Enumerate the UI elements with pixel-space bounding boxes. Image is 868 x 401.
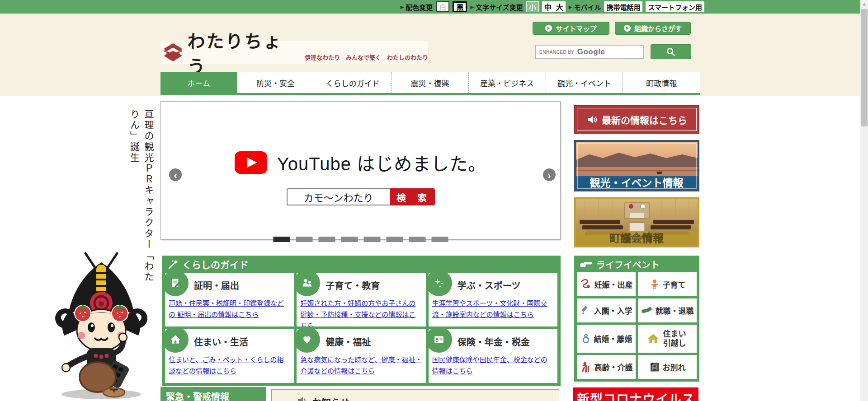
elderly-icon [580, 361, 592, 373]
guide-card-childcare-education[interactable]: 子育て・教育 妊娠された方・妊婦の方やお子さんの健診・予防接種・支援などの情報は… [297, 273, 425, 326]
search-icon [666, 47, 676, 57]
council-photo: 町議会情報 [576, 199, 698, 246]
carousel-prev-button[interactable]: ‹ [169, 168, 182, 181]
watari-town-homepage: ▶ 配色変更 白 黒 ▶ 文字サイズ変更 小 中 大 ▶ モバイル 携帯電話用 … [0, 0, 868, 401]
slide-search-input[interactable]: カモ〜ンわたり [287, 188, 390, 205]
pagination-dot-7[interactable] [409, 237, 425, 242]
feature-phone-button[interactable]: 携帯電話用 [604, 1, 642, 12]
life-button-marriage-divorce[interactable]: 結婚・離婚 [577, 325, 636, 353]
guide-card-housing-life[interactable]: 住まい・生活 住まいと、ごみ・ペット・くらしの相談などの情報はこちら [165, 329, 294, 383]
house-move-icon [647, 333, 659, 345]
heart-icon [301, 334, 313, 345]
pagination-dot-1[interactable] [273, 237, 290, 242]
house-icon [170, 334, 181, 345]
carousel-slide-youtube[interactable]: YouTube はじめました。 カモ〜ンわたり 検 索 [161, 102, 560, 239]
council-info-banner[interactable]: 町議会情報 [574, 197, 699, 247]
site-search-input[interactable]: ENHANCED BY Google [535, 45, 644, 59]
notice-section-header[interactable]: お知らせ [271, 389, 559, 401]
pagination-dot-6[interactable] [386, 237, 403, 242]
search-enhanced-by-label: ENHANCED BY [539, 50, 575, 55]
slide-search-button[interactable]: 検 索 [390, 188, 435, 205]
mascot-watarin-image [51, 250, 152, 401]
carousel-pagination [273, 237, 448, 242]
nav-item-chousei[interactable]: 町政情報 [623, 72, 700, 93]
guide-card-link[interactable]: 急な病気になった時など、健康・福祉・介護などの情報はこちら [300, 354, 422, 377]
sitemap-button[interactable]: サイトマップ [533, 22, 609, 35]
life-button-childcare[interactable]: 子育て [638, 272, 697, 296]
living-guide-panel: くらしのガイド 証明・届出 戸籍・住民票・税証明・印鑑登録などの 証明・届出の情… [162, 256, 561, 386]
guide-card-link[interactable]: 国民健康保険や国民年金、税金などの情報はこちら [432, 354, 554, 377]
slide-title: YouTube はじめました。 [277, 149, 486, 176]
chevron-right-icon: › [548, 170, 551, 180]
mobile-label: ▶ モバイル [569, 2, 601, 12]
google-wordmark: Google [577, 47, 605, 56]
pagination-dot-4[interactable] [341, 237, 358, 242]
nav-item-bousai[interactable]: 防災・安全 [237, 72, 315, 93]
latest-info-banner[interactable]: 最新の情報はこちら [574, 105, 699, 134]
guide-card-certificates[interactable]: 証明・届出 戸籍・住民票・税証明・印鑑登録などの 証明・届出の情報はこちら [165, 273, 294, 326]
baby-icon [649, 279, 660, 289]
scrollbar[interactable]: ▲ [860, 0, 868, 401]
pagination-dot-3[interactable] [318, 237, 335, 242]
nav-item-shinsai[interactable]: 震災・復興 [392, 72, 469, 93]
carousel-next-button[interactable]: › [543, 168, 556, 181]
color-white-button[interactable]: 白 [436, 1, 449, 12]
life-button-employment-retirement[interactable]: 就職・退職 [638, 298, 697, 322]
guide-card-link[interactable]: 生涯学習やスポーツ・文化財・国際交流・施設案内などの情報はこちら [432, 298, 554, 321]
life-events-title: ライフイベント [596, 258, 660, 271]
emergency-info-banner[interactable]: 緊急・警戒情報 [160, 387, 266, 401]
coronavirus-banner[interactable]: 新型コロナウイルス [573, 387, 698, 401]
tourism-event-banner[interactable]: 観光・イベント情報 [574, 140, 699, 191]
id-card-icon [433, 334, 445, 345]
guide-card-learning-sports[interactable]: 学ぶ・スポーツ 生涯学習やスポーツ・文化財・国際交流・施設案内などの情報はこちら [429, 273, 557, 326]
smartphone-button[interactable]: スマートフォン用 [646, 1, 704, 12]
text-size-large-button[interactable]: 大 [556, 1, 563, 12]
guide-card-link[interactable]: 住まいと、ごみ・ペット・くらしの相談などの情報はこちら [169, 354, 290, 377]
scroll-up-button[interactable]: ▲ [860, 0, 868, 8]
org-search-button[interactable]: 組織からさがす [615, 22, 691, 35]
guide-card-health-welfare[interactable]: 健康・福祉 急な病気になった時など、健康・福祉・介護などの情報はこちら [297, 329, 425, 383]
pagination-dot-2[interactable] [296, 237, 312, 242]
color-black-button[interactable]: 黒 [453, 1, 467, 12]
arrow-marker-icon: ▶ [569, 5, 572, 9]
life-button-school-entry[interactable]: 入園・入学 [577, 298, 636, 322]
guide-card-link[interactable]: 妊娠された方・妊婦の方やお子さんの健診・予防接種・支援などの情報はこちら [300, 298, 422, 326]
life-button-elderly-care[interactable]: 高齢・介護 [577, 355, 636, 379]
hero-carousel: YouTube はじめました。 カモ〜ンわたり 検 索 ‹ › [160, 101, 561, 240]
life-button-pregnancy-birth[interactable]: 妊娠・出産 [577, 272, 636, 296]
svg-text:町議会情報: 町議会情報 [609, 232, 664, 244]
living-guide-grid: 証明・届出 戸籍・住民票・税証明・印鑑登録などの 証明・届出の情報はこちら 子育… [165, 273, 557, 383]
site-title: わたりちょう [187, 27, 295, 78]
speaker-icon [586, 114, 597, 125]
pagination-dot-5[interactable] [363, 237, 380, 242]
text-size-medium-large-buttons[interactable]: 中 大 [542, 1, 566, 12]
guide-card-insurance-pension-tax[interactable]: 保険・年金・税金 国民健康保険や国民年金、税金などの情報はこちら [429, 329, 557, 383]
search-submit-button[interactable] [651, 44, 691, 59]
color-scheme-label: ▶ 配色変更 [401, 2, 433, 12]
life-events-panel: ライフイベント 妊娠・出産 子育て [574, 256, 699, 382]
nav-item-sangyo[interactable]: 産業・ビジネス [469, 72, 546, 93]
circle-arrow-icon [624, 25, 631, 32]
main-navigation: ホーム 防災・安全 くらしのガイド 震災・復興 産業・ビジネス 観光・イベント … [160, 72, 700, 95]
text-size-small-button[interactable]: 小 [526, 1, 539, 12]
guide-card-link[interactable]: 戸籍・住民票・税証明・印鑑登録などの 証明・届出の情報はこちら [169, 298, 290, 321]
scrollbar-thumb[interactable] [861, 9, 868, 126]
life-button-housing-moving[interactable]: 住まい引越し [638, 325, 697, 353]
life-button-farewell[interactable]: お別れ [638, 355, 697, 379]
sunset-photo: 観光・イベント情報 [576, 142, 698, 190]
pagination-dot-8[interactable] [431, 237, 448, 242]
site-tagline: 伊達なわたり みんなで築く わたしのわたり [305, 53, 428, 64]
text-size-medium-button[interactable]: 中 [544, 1, 552, 12]
svg-text:観光・イベント情報: 観光・イベント情報 [590, 177, 684, 189]
sparkles-icon [433, 277, 445, 289]
ring-icon [580, 333, 591, 344]
nav-item-home[interactable]: ホーム [160, 72, 237, 93]
nav-item-kurashi[interactable]: くらしのガイド [314, 72, 392, 93]
text-size-label: ▶ 文字サイズ変更 [470, 2, 523, 12]
youtube-play-icon [235, 151, 267, 174]
nav-item-kanko[interactable]: 観光・イベント [546, 72, 623, 93]
certificate-icon [170, 277, 181, 289]
site-logo-link[interactable]: わたりちょう 伊達なわたり みんなで築く わたしのわたり [160, 41, 428, 64]
arrow-marker-icon: ▶ [401, 5, 404, 9]
farewell-icon [649, 362, 660, 373]
